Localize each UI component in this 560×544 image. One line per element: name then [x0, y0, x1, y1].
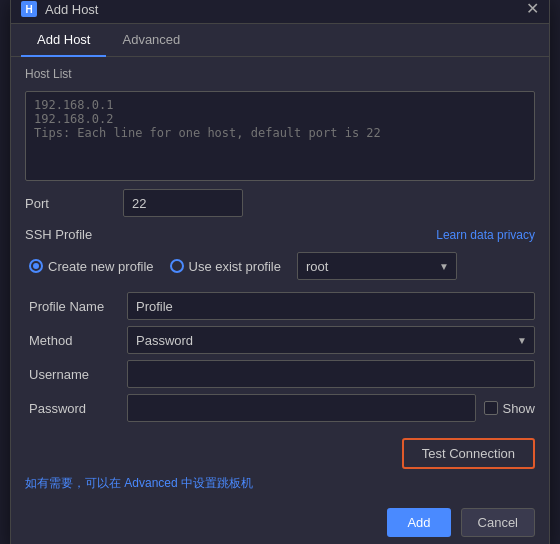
method-label: Method — [29, 333, 119, 348]
show-label[interactable]: Show — [484, 401, 535, 416]
profile-select[interactable]: root — [297, 252, 457, 280]
create-new-profile-radio[interactable]: Create new profile — [29, 259, 154, 274]
info-text[interactable]: 如有需要，可以在 Advanced 中设置跳板机 — [25, 475, 535, 492]
host-list-input[interactable] — [25, 91, 535, 181]
radio-row: Create new profile Use exist profile roo… — [29, 252, 535, 280]
ssh-profile-header: SSH Profile Learn data privacy — [25, 227, 535, 242]
form-grid: Profile Name Method Password Key ▼ Usern… — [29, 292, 535, 422]
method-select-wrapper: Password Key ▼ — [127, 326, 535, 354]
profile-name-label: Profile Name — [29, 299, 119, 314]
show-checkbox[interactable] — [484, 401, 498, 415]
port-row: Port — [25, 189, 535, 217]
create-new-label: Create new profile — [48, 259, 154, 274]
password-label: Password — [29, 401, 119, 416]
password-row: Show — [127, 394, 535, 422]
cancel-button[interactable]: Cancel — [461, 508, 535, 537]
tab-advanced[interactable]: Advanced — [106, 24, 196, 57]
profile-select-wrapper: root ▼ — [297, 252, 457, 280]
add-button[interactable]: Add — [387, 508, 450, 537]
port-label: Port — [25, 196, 115, 211]
host-list-label: Host List — [25, 67, 535, 81]
ssh-profile-label: SSH Profile — [25, 227, 92, 242]
radio-btn-create — [29, 259, 43, 273]
test-connection-button[interactable]: Test Connection — [402, 438, 535, 469]
close-button[interactable]: ✕ — [526, 1, 539, 17]
radio-btn-use-exist — [170, 259, 184, 273]
learn-privacy-link[interactable]: Learn data privacy — [436, 228, 535, 242]
dialog: H Add Host ✕ Add Host Advanced Host List… — [10, 0, 550, 544]
username-input[interactable] — [127, 360, 535, 388]
password-input[interactable] — [127, 394, 476, 422]
bottom-section: Test Connection 如有需要，可以在 Advanced 中设置跳板机 — [11, 432, 549, 500]
profile-name-input[interactable] — [127, 292, 535, 320]
use-exist-label: Use exist profile — [189, 259, 281, 274]
test-connection-row: Test Connection — [25, 438, 535, 469]
footer-row: Add Cancel — [11, 500, 549, 544]
method-select[interactable]: Password Key — [127, 326, 535, 354]
tab-add-host[interactable]: Add Host — [21, 24, 106, 57]
use-exist-profile-radio[interactable]: Use exist profile — [170, 259, 281, 274]
content-area: Host List Port SSH Profile Learn data pr… — [11, 57, 549, 432]
app-icon: H — [21, 1, 37, 17]
username-label: Username — [29, 367, 119, 382]
title-bar: H Add Host ✕ — [11, 0, 549, 24]
tab-bar: Add Host Advanced — [11, 24, 549, 57]
dialog-title: Add Host — [45, 2, 518, 17]
port-input[interactable] — [123, 189, 243, 217]
